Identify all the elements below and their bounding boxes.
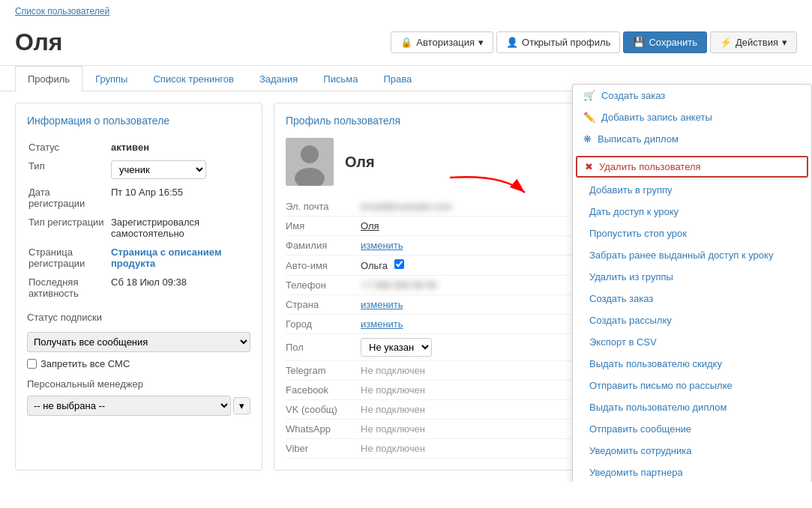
tab-messages[interactable]: Письма [310,66,370,91]
menu-add-to-group[interactable]: Добавить в группу [573,179,811,201]
menu-give-discount[interactable]: Выдать пользователю скидку [573,353,811,375]
menu-label: Удалить пользователя [599,161,701,172]
menu-create-order-top[interactable]: 🛒 Создать заказ [573,85,811,106]
sms-label-text: Запретить все СМС [40,358,130,369]
actions-caret-icon: ▾ [782,37,787,48]
menu-export-csv[interactable]: Экспорт в CSV [573,331,811,353]
type-value: ученик администратор партнер [109,157,250,183]
telegram-label: Telegram [286,365,361,376]
status-value: активен [109,138,250,157]
menu-label: Удалить из группы [589,271,673,282]
left-panel-title: Информация о пользователе [27,115,250,127]
menu-label: Создать заказ [589,293,653,304]
lightning-icon: ⚡ [720,37,732,48]
menu-label: Выдать пользователю диплом [589,402,727,413]
menu-notify-staff[interactable]: Уведомить сотрудника [573,440,811,462]
gender-label: Пол [286,342,361,353]
table-row: Страница регистрации Страница с описание… [27,243,250,273]
subscription-label: Статус подписки [27,312,250,323]
table-row: Дата регистрации Пт 10 Апр 16:55 [27,183,250,213]
menu-label: Выдать пользователю скидку [589,358,722,369]
menu-issue-diploma[interactable]: ❋ Выписать диплом [573,128,811,150]
tab-groups[interactable]: Группы [82,66,140,91]
save-button[interactable]: 💾 Сохранить [623,31,707,53]
sms-checkbox[interactable] [27,359,37,369]
svg-point-1 [301,145,319,163]
tab-profile[interactable]: Профиль [15,66,82,91]
surname-link[interactable]: изменить [361,240,403,251]
last-activity-label: Последняя активность [27,273,109,303]
menu-grant-lesson[interactable]: Дать доступ к уроку [573,201,811,223]
menu-remove-from-group[interactable]: Удалить из группы [573,266,811,288]
autoname-text: Ольга [361,260,388,271]
city-label: Город [286,318,361,330]
last-activity-value: Сб 18 Июл 09:38 [109,273,250,303]
menu-label: Добавить запись анкеты [601,112,712,123]
viber-label: Viber [286,443,361,454]
manager-section: Персональный менеджер -- не выбрана -- ▾ [27,378,250,416]
menu-send-mailing[interactable]: Отправить письмо по рассылке [573,375,811,396]
status-label: Статус [27,138,109,157]
tab-rights[interactable]: Права [370,66,424,91]
table-row: Тип регистрации Зарегистрировался самост… [27,213,250,243]
surname-label: Фамилия [286,240,361,251]
menu-add-survey[interactable]: ✏️ Добавить запись анкеты [573,106,811,128]
profile-name: Оля [345,154,375,171]
reg-date-label: Дата регистрации [27,183,109,213]
menu-label: Выписать диплом [598,133,679,145]
table-row: Последняя активность Сб 18 Июл 09:38 [27,273,250,303]
tab-trainings[interactable]: Список тренингов [140,66,247,91]
whatsapp-label: WhatsApp [286,423,361,435]
menu-label: Уведомить сотрудника [589,445,692,456]
menu-label: Отправить сообщение [589,423,691,435]
gender-select[interactable]: Не указан Мужской Женский [361,338,432,357]
menu-label: Забрать ранее выданный доступ к уроку [589,250,773,261]
cart-icon: 🛒 [583,90,595,101]
menu-label: Пропустить стоп урок [589,228,687,239]
menu-skip-lesson[interactable]: Пропустить стоп урок [573,223,811,244]
manager-select-button[interactable]: ▾ [233,397,250,414]
header-actions: 🔒 Авторизация ▾ 👤 Открытый профиль 💾 Сох… [391,31,797,53]
save-icon: 💾 [633,37,645,48]
menu-give-diploma[interactable]: Выдать пользователю диплом [573,396,811,418]
city-link[interactable]: изменить [361,318,403,330]
lock-icon: 🔒 [400,37,412,48]
type-select[interactable]: ученик администратор партнер [111,160,206,179]
menu-create-order[interactable]: Создать заказ [573,288,811,309]
menu-label: Экспорт в CSV [589,336,657,348]
info-table: Статус активен Тип ученик администратор … [27,138,250,303]
country-link[interactable]: изменить [361,299,403,310]
vk-label: VK (сообщ) [286,404,361,415]
menu-label: Создать заказ [601,90,665,101]
actions-dropdown: 🛒 Создать заказ ✏️ Добавить запись анкет… [572,84,812,482]
breadcrumb-link[interactable]: Список пользователей [0,0,812,22]
subscription-select[interactable]: Получать все сообщения [27,332,250,352]
autoname-checkbox[interactable] [394,259,404,269]
page-title: Оля [15,28,62,56]
menu-label: Отправить письмо по рассылке [589,380,733,391]
actions-button[interactable]: ⚡ Действия ▾ [710,31,797,53]
reg-type-label: Тип регистрации [27,213,109,243]
manager-select[interactable]: -- не выбрана -- [27,396,231,416]
manager-label: Персональный менеджер [27,378,250,390]
tab-tasks[interactable]: Задания [247,66,310,91]
menu-notify-partner[interactable]: Уведомить партнера [573,462,811,482]
avatar [286,138,334,186]
auth-button[interactable]: 🔒 Авторизация ▾ [391,31,493,53]
reg-page-link[interactable]: Страница с описанием продукта [111,247,222,269]
table-row: Тип ученик администратор партнер [27,157,250,183]
caret-icon: ▾ [478,37,484,48]
menu-send-message[interactable]: Отправить сообщение [573,418,811,440]
sms-checkbox-label: Запретить все СМС [27,358,250,369]
menu-label: Уведомить партнера [589,467,683,478]
email-label: Эл. почта [286,201,361,212]
menu-label: Дать доступ к уроку [589,206,679,217]
menu-label: Создать рассылку [589,315,672,326]
menu-create-mailing[interactable]: Создать рассылку [573,309,811,331]
manager-select-wrap: -- не выбрана -- ▾ [27,396,250,416]
menu-revoke-lesson[interactable]: Забрать ранее выданный доступ к уроку [573,244,811,266]
menu-delete-user[interactable]: ✖ Удалить пользователя [576,156,808,178]
open-profile-button[interactable]: 👤 Открытый профиль [496,31,620,53]
star-icon: ❋ [583,133,592,145]
reg-page-value: Страница с описанием продукта [109,243,250,273]
